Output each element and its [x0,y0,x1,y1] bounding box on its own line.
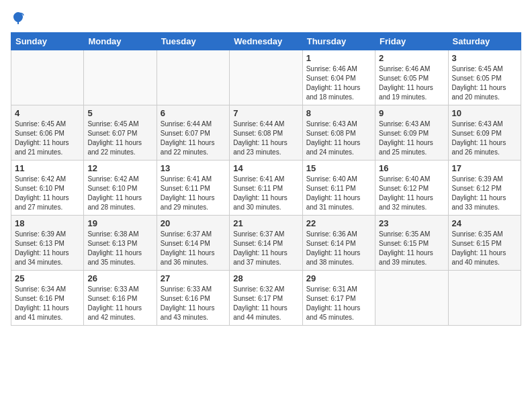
day-number: 17 [452,163,517,173]
day-cell: 4Sunrise: 6:45 AM Sunset: 6:06 PM Daylig… [11,105,84,161]
day-number: 29 [306,273,371,283]
day-number: 19 [87,218,152,228]
day-cell: 15Sunrise: 6:40 AM Sunset: 6:11 PM Dayli… [302,161,375,216]
day-number: 15 [306,163,371,173]
header [11,11,521,27]
day-header-wednesday: Wednesday [230,33,302,50]
day-number: 26 [87,273,152,283]
day-number: 20 [161,218,226,228]
day-info: Sunrise: 6:36 AM Sunset: 6:14 PM Dayligh… [306,230,371,267]
calendar-table: SundayMondayTuesdayWednesdayThursdayFrid… [11,32,521,326]
day-info: Sunrise: 6:38 AM Sunset: 6:13 PM Dayligh… [87,230,152,267]
day-cell: 16Sunrise: 6:40 AM Sunset: 6:12 PM Dayli… [375,161,448,216]
day-cell: 20Sunrise: 6:37 AM Sunset: 6:14 PM Dayli… [157,216,229,271]
day-number: 6 [161,108,226,118]
day-info: Sunrise: 6:43 AM Sunset: 6:08 PM Dayligh… [306,120,371,157]
day-cell: 12Sunrise: 6:42 AM Sunset: 6:10 PM Dayli… [84,161,157,216]
day-info: Sunrise: 6:46 AM Sunset: 6:05 PM Dayligh… [379,64,444,102]
logo [11,11,24,27]
day-number: 24 [452,218,517,228]
day-cell: 3Sunrise: 6:45 AM Sunset: 6:05 PM Daylig… [448,50,521,105]
day-cell: 19Sunrise: 6:38 AM Sunset: 6:13 PM Dayli… [84,216,157,271]
day-number: 4 [15,108,80,118]
day-number: 2 [379,53,444,63]
day-cell: 25Sunrise: 6:34 AM Sunset: 6:16 PM Dayli… [11,271,84,326]
day-number: 13 [161,163,226,173]
day-info: Sunrise: 6:43 AM Sunset: 6:09 PM Dayligh… [452,120,517,157]
day-info: Sunrise: 6:35 AM Sunset: 6:15 PM Dayligh… [452,230,517,267]
day-number: 25 [15,273,80,283]
day-cell [157,50,229,105]
day-cell: 24Sunrise: 6:35 AM Sunset: 6:15 PM Dayli… [448,216,521,271]
day-number: 16 [379,163,444,173]
day-cell: 7Sunrise: 6:44 AM Sunset: 6:08 PM Daylig… [230,105,302,161]
day-cell: 28Sunrise: 6:32 AM Sunset: 6:17 PM Dayli… [230,271,302,326]
day-number: 12 [87,163,152,173]
day-cell: 29Sunrise: 6:31 AM Sunset: 6:17 PM Dayli… [302,271,375,326]
day-cell [84,50,157,105]
week-row-5: 25Sunrise: 6:34 AM Sunset: 6:16 PM Dayli… [11,271,521,326]
day-cell [230,50,302,105]
day-cell: 23Sunrise: 6:35 AM Sunset: 6:15 PM Dayli… [375,216,448,271]
day-cell: 9Sunrise: 6:43 AM Sunset: 6:09 PM Daylig… [375,105,448,161]
day-info: Sunrise: 6:34 AM Sunset: 6:16 PM Dayligh… [15,285,80,322]
week-row-1: 1Sunrise: 6:46 AM Sunset: 6:04 PM Daylig… [11,50,521,105]
day-cell: 27Sunrise: 6:33 AM Sunset: 6:16 PM Dayli… [157,271,229,326]
day-number: 7 [233,108,298,118]
day-info: Sunrise: 6:31 AM Sunset: 6:17 PM Dayligh… [306,285,371,322]
day-info: Sunrise: 6:45 AM Sunset: 6:05 PM Dayligh… [452,64,517,102]
day-cell: 1Sunrise: 6:46 AM Sunset: 6:04 PM Daylig… [302,50,375,105]
day-info: Sunrise: 6:40 AM Sunset: 6:11 PM Dayligh… [306,175,371,212]
day-header-saturday: Saturday [448,33,521,50]
day-cell [448,271,521,326]
day-number: 23 [379,218,444,228]
day-cell: 21Sunrise: 6:37 AM Sunset: 6:14 PM Dayli… [230,216,302,271]
day-number: 22 [306,218,371,228]
day-header-tuesday: Tuesday [157,33,229,50]
day-header-monday: Monday [84,33,157,50]
day-cell: 17Sunrise: 6:39 AM Sunset: 6:12 PM Dayli… [448,161,521,216]
day-info: Sunrise: 6:39 AM Sunset: 6:13 PM Dayligh… [15,230,80,267]
week-row-2: 4Sunrise: 6:45 AM Sunset: 6:06 PM Daylig… [11,105,521,161]
day-number: 10 [452,108,517,118]
day-info: Sunrise: 6:33 AM Sunset: 6:16 PM Dayligh… [87,285,152,322]
day-cell [375,271,448,326]
day-number: 18 [15,218,80,228]
day-info: Sunrise: 6:32 AM Sunset: 6:17 PM Dayligh… [233,285,298,322]
day-cell: 5Sunrise: 6:45 AM Sunset: 6:07 PM Daylig… [84,105,157,161]
day-info: Sunrise: 6:43 AM Sunset: 6:09 PM Dayligh… [379,120,444,157]
day-header-sunday: Sunday [11,33,84,50]
week-row-3: 11Sunrise: 6:42 AM Sunset: 6:10 PM Dayli… [11,161,521,216]
day-info: Sunrise: 6:45 AM Sunset: 6:07 PM Dayligh… [87,120,152,157]
day-number: 11 [15,163,80,173]
day-cell [11,50,84,105]
day-cell: 26Sunrise: 6:33 AM Sunset: 6:16 PM Dayli… [84,271,157,326]
day-info: Sunrise: 6:44 AM Sunset: 6:07 PM Dayligh… [161,120,226,157]
day-info: Sunrise: 6:40 AM Sunset: 6:12 PM Dayligh… [379,175,444,212]
day-number: 14 [233,163,298,173]
days-header-row: SundayMondayTuesdayWednesdayThursdayFrid… [11,33,521,50]
day-cell: 2Sunrise: 6:46 AM Sunset: 6:05 PM Daylig… [375,50,448,105]
day-header-friday: Friday [375,33,448,50]
day-number: 21 [233,218,298,228]
day-info: Sunrise: 6:42 AM Sunset: 6:10 PM Dayligh… [15,175,80,212]
week-row-4: 18Sunrise: 6:39 AM Sunset: 6:13 PM Dayli… [11,216,521,271]
day-info: Sunrise: 6:41 AM Sunset: 6:11 PM Dayligh… [161,175,226,212]
day-info: Sunrise: 6:35 AM Sunset: 6:15 PM Dayligh… [379,230,444,267]
day-info: Sunrise: 6:33 AM Sunset: 6:16 PM Dayligh… [161,285,226,322]
day-info: Sunrise: 6:46 AM Sunset: 6:04 PM Dayligh… [306,64,371,102]
day-cell: 10Sunrise: 6:43 AM Sunset: 6:09 PM Dayli… [448,105,521,161]
day-number: 27 [161,273,226,283]
day-number: 1 [306,53,371,63]
page: SundayMondayTuesdayWednesdayThursdayFrid… [0,0,532,411]
day-info: Sunrise: 6:37 AM Sunset: 6:14 PM Dayligh… [233,230,298,267]
day-number: 28 [233,273,298,283]
day-number: 3 [452,53,517,63]
day-info: Sunrise: 6:44 AM Sunset: 6:08 PM Dayligh… [233,120,298,157]
day-info: Sunrise: 6:37 AM Sunset: 6:14 PM Dayligh… [161,230,226,267]
day-number: 5 [87,108,152,118]
day-cell: 13Sunrise: 6:41 AM Sunset: 6:11 PM Dayli… [157,161,229,216]
day-number: 8 [306,108,371,118]
day-cell: 18Sunrise: 6:39 AM Sunset: 6:13 PM Dayli… [11,216,84,271]
day-number: 9 [379,108,444,118]
